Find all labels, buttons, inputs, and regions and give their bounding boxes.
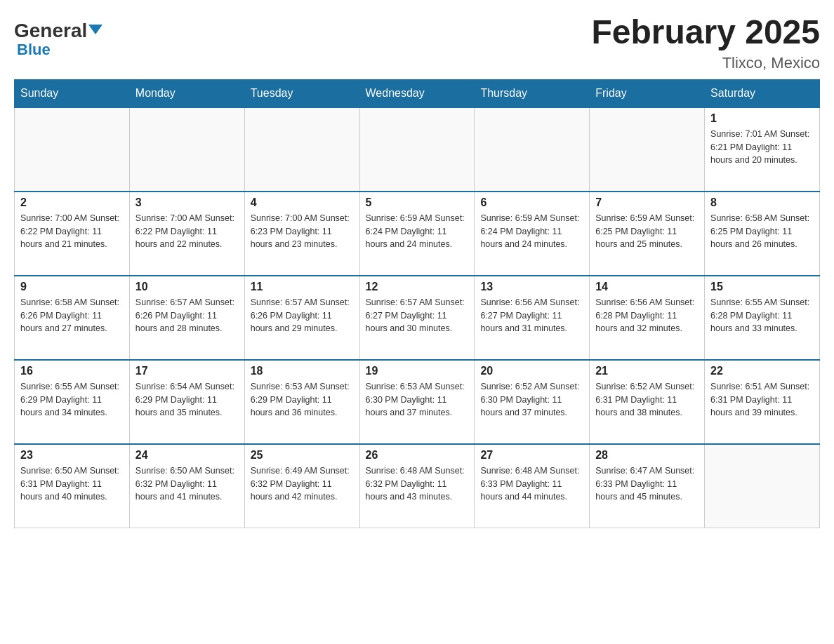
calendar-table: SundayMondayTuesdayWednesdayThursdayFrid… bbox=[14, 79, 820, 529]
day-info: Sunrise: 6:56 AM Sunset: 6:28 PM Dayligh… bbox=[595, 296, 699, 335]
day-cell: 19Sunrise: 6:53 AM Sunset: 6:30 PM Dayli… bbox=[359, 360, 475, 444]
day-info: Sunrise: 6:57 AM Sunset: 6:26 PM Dayligh… bbox=[251, 296, 354, 335]
day-info: Sunrise: 6:48 AM Sunset: 6:32 PM Dayligh… bbox=[366, 464, 469, 504]
day-cell: 15Sunrise: 6:55 AM Sunset: 6:28 PM Dayli… bbox=[705, 276, 820, 360]
col-header-sunday: Sunday bbox=[15, 79, 130, 107]
day-info: Sunrise: 6:58 AM Sunset: 6:25 PM Dayligh… bbox=[710, 212, 814, 251]
location: Tlixco, Mexico bbox=[591, 54, 820, 72]
day-cell: 25Sunrise: 6:49 AM Sunset: 6:32 PM Dayli… bbox=[244, 444, 359, 528]
day-info: Sunrise: 7:00 AM Sunset: 6:23 PM Dayligh… bbox=[251, 212, 354, 251]
day-number: 13 bbox=[480, 281, 583, 293]
day-info: Sunrise: 6:59 AM Sunset: 6:25 PM Dayligh… bbox=[595, 212, 699, 251]
day-info: Sunrise: 6:49 AM Sunset: 6:32 PM Dayligh… bbox=[251, 464, 354, 504]
day-info: Sunrise: 7:00 AM Sunset: 6:22 PM Dayligh… bbox=[135, 212, 239, 251]
day-info: Sunrise: 6:52 AM Sunset: 6:31 PM Dayligh… bbox=[595, 380, 699, 420]
day-number: 17 bbox=[135, 365, 239, 377]
day-number: 16 bbox=[20, 365, 124, 377]
day-number: 18 bbox=[251, 365, 354, 377]
day-cell: 11Sunrise: 6:57 AM Sunset: 6:26 PM Dayli… bbox=[244, 276, 359, 360]
day-cell: 23Sunrise: 6:50 AM Sunset: 6:31 PM Dayli… bbox=[15, 444, 130, 528]
day-info: Sunrise: 6:50 AM Sunset: 6:31 PM Dayligh… bbox=[20, 464, 124, 504]
day-cell: 8Sunrise: 6:58 AM Sunset: 6:25 PM Daylig… bbox=[705, 192, 820, 276]
day-cell: 24Sunrise: 6:50 AM Sunset: 6:32 PM Dayli… bbox=[129, 444, 244, 528]
day-cell: 26Sunrise: 6:48 AM Sunset: 6:32 PM Dayli… bbox=[359, 444, 475, 528]
month-title: February 2025 bbox=[591, 14, 820, 51]
logo-blue-text: Blue bbox=[17, 41, 51, 59]
day-number: 24 bbox=[135, 449, 239, 462]
day-cell: 18Sunrise: 6:53 AM Sunset: 6:29 PM Dayli… bbox=[244, 360, 359, 444]
col-header-monday: Monday bbox=[129, 79, 244, 107]
day-number: 15 bbox=[710, 281, 814, 293]
days-header-row: SundayMondayTuesdayWednesdayThursdayFrid… bbox=[15, 79, 820, 107]
day-cell: 20Sunrise: 6:52 AM Sunset: 6:30 PM Dayli… bbox=[475, 360, 590, 444]
day-info: Sunrise: 6:57 AM Sunset: 6:27 PM Dayligh… bbox=[366, 296, 469, 335]
col-header-wednesday: Wednesday bbox=[359, 79, 475, 107]
day-info: Sunrise: 6:54 AM Sunset: 6:29 PM Dayligh… bbox=[135, 380, 239, 420]
day-cell: 6Sunrise: 6:59 AM Sunset: 6:24 PM Daylig… bbox=[475, 192, 590, 276]
day-cell: 1Sunrise: 7:01 AM Sunset: 6:21 PM Daylig… bbox=[705, 107, 820, 192]
col-header-saturday: Saturday bbox=[705, 79, 820, 107]
day-info: Sunrise: 6:53 AM Sunset: 6:29 PM Dayligh… bbox=[251, 380, 354, 420]
day-cell: 4Sunrise: 7:00 AM Sunset: 6:23 PM Daylig… bbox=[244, 192, 359, 276]
day-cell: 22Sunrise: 6:51 AM Sunset: 6:31 PM Dayli… bbox=[705, 360, 820, 444]
day-info: Sunrise: 6:59 AM Sunset: 6:24 PM Dayligh… bbox=[366, 212, 469, 251]
week-row-1: 1Sunrise: 7:01 AM Sunset: 6:21 PM Daylig… bbox=[15, 107, 820, 192]
day-number: 19 bbox=[366, 365, 469, 377]
day-cell bbox=[244, 107, 359, 192]
day-cell: 21Sunrise: 6:52 AM Sunset: 6:31 PM Dayli… bbox=[590, 360, 705, 444]
day-cell: 3Sunrise: 7:00 AM Sunset: 6:22 PM Daylig… bbox=[129, 192, 244, 276]
day-number: 8 bbox=[710, 196, 814, 209]
day-info: Sunrise: 6:58 AM Sunset: 6:26 PM Dayligh… bbox=[20, 296, 124, 335]
day-number: 28 bbox=[595, 449, 699, 462]
col-header-thursday: Thursday bbox=[475, 79, 590, 107]
day-number: 7 bbox=[595, 196, 699, 209]
day-cell: 13Sunrise: 6:56 AM Sunset: 6:27 PM Dayli… bbox=[475, 276, 590, 360]
day-info: Sunrise: 6:57 AM Sunset: 6:26 PM Dayligh… bbox=[135, 296, 239, 335]
day-cell: 2Sunrise: 7:00 AM Sunset: 6:22 PM Daylig… bbox=[15, 192, 130, 276]
col-header-tuesday: Tuesday bbox=[244, 79, 359, 107]
day-number: 2 bbox=[20, 196, 124, 209]
week-row-5: 23Sunrise: 6:50 AM Sunset: 6:31 PM Dayli… bbox=[15, 444, 820, 528]
day-number: 23 bbox=[20, 449, 124, 462]
day-cell: 12Sunrise: 6:57 AM Sunset: 6:27 PM Dayli… bbox=[359, 276, 475, 360]
day-info: Sunrise: 6:53 AM Sunset: 6:30 PM Dayligh… bbox=[366, 380, 469, 420]
day-cell bbox=[15, 107, 130, 192]
day-number: 22 bbox=[710, 365, 814, 377]
logo-triangle-icon bbox=[88, 25, 102, 34]
day-info: Sunrise: 6:50 AM Sunset: 6:32 PM Dayligh… bbox=[135, 464, 239, 504]
day-number: 9 bbox=[20, 281, 124, 293]
week-row-4: 16Sunrise: 6:55 AM Sunset: 6:29 PM Dayli… bbox=[15, 360, 820, 444]
day-number: 5 bbox=[366, 196, 469, 209]
day-info: Sunrise: 6:55 AM Sunset: 6:28 PM Dayligh… bbox=[710, 296, 814, 335]
day-cell: 5Sunrise: 6:59 AM Sunset: 6:24 PM Daylig… bbox=[359, 192, 475, 276]
day-number: 26 bbox=[366, 449, 469, 462]
day-number: 27 bbox=[480, 449, 583, 462]
day-number: 10 bbox=[135, 281, 239, 293]
day-number: 12 bbox=[366, 281, 469, 293]
day-number: 14 bbox=[595, 281, 699, 293]
day-info: Sunrise: 6:55 AM Sunset: 6:29 PM Dayligh… bbox=[20, 380, 124, 420]
day-info: Sunrise: 6:59 AM Sunset: 6:24 PM Dayligh… bbox=[480, 212, 583, 251]
day-cell: 17Sunrise: 6:54 AM Sunset: 6:29 PM Dayli… bbox=[129, 360, 244, 444]
col-header-friday: Friday bbox=[590, 79, 705, 107]
day-number: 25 bbox=[251, 449, 354, 462]
day-cell: 14Sunrise: 6:56 AM Sunset: 6:28 PM Dayli… bbox=[590, 276, 705, 360]
day-cell bbox=[590, 107, 705, 192]
logo: General Blue bbox=[14, 14, 102, 59]
day-number: 11 bbox=[251, 281, 354, 293]
day-cell: 28Sunrise: 6:47 AM Sunset: 6:33 PM Dayli… bbox=[590, 444, 705, 528]
day-number: 3 bbox=[135, 196, 239, 209]
title-area: February 2025 Tlixco, Mexico bbox=[591, 14, 820, 72]
day-number: 20 bbox=[480, 365, 583, 377]
day-info: Sunrise: 6:52 AM Sunset: 6:30 PM Dayligh… bbox=[480, 380, 583, 420]
day-cell bbox=[705, 444, 820, 528]
page-header: General Blue February 2025 Tlixco, Mexic… bbox=[14, 14, 820, 72]
week-row-2: 2Sunrise: 7:00 AM Sunset: 6:22 PM Daylig… bbox=[15, 192, 820, 276]
day-cell: 10Sunrise: 6:57 AM Sunset: 6:26 PM Dayli… bbox=[129, 276, 244, 360]
day-cell: 16Sunrise: 6:55 AM Sunset: 6:29 PM Dayli… bbox=[15, 360, 130, 444]
day-cell: 27Sunrise: 6:48 AM Sunset: 6:33 PM Dayli… bbox=[475, 444, 590, 528]
day-info: Sunrise: 6:48 AM Sunset: 6:33 PM Dayligh… bbox=[480, 464, 583, 504]
day-info: Sunrise: 6:56 AM Sunset: 6:27 PM Dayligh… bbox=[480, 296, 583, 335]
week-row-3: 9Sunrise: 6:58 AM Sunset: 6:26 PM Daylig… bbox=[15, 276, 820, 360]
day-number: 1 bbox=[710, 112, 814, 125]
